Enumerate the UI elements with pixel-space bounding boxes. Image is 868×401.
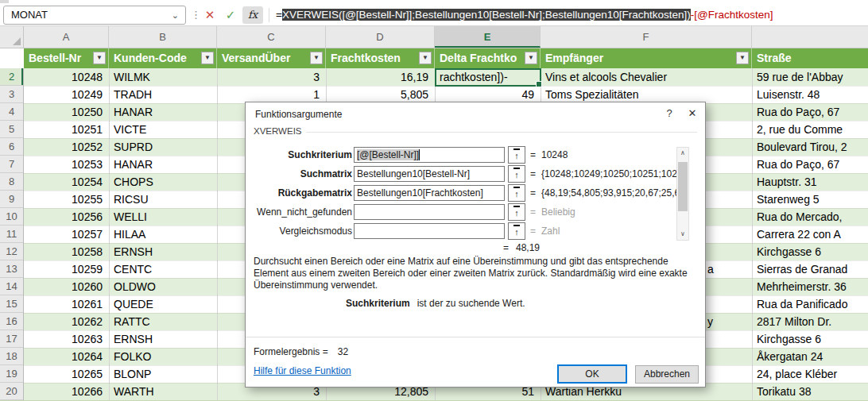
cell-b17[interactable]: ERNSH bbox=[109, 330, 216, 348]
table-header-cell[interactable]: Delta Frachtko▼ bbox=[435, 48, 541, 68]
row-header-2[interactable]: 2 bbox=[0, 68, 23, 86]
cell-a2[interactable]: 10248 bbox=[24, 68, 108, 86]
select-all-button[interactable] bbox=[0, 26, 24, 48]
cell-g16[interactable]: 2817 Milton Dr. bbox=[752, 313, 868, 330]
column-header-c[interactable]: C bbox=[217, 26, 326, 48]
row-header-12[interactable]: 12 bbox=[0, 243, 23, 260]
cell-g10[interactable]: Rua do Mercado, bbox=[752, 208, 868, 226]
cell-a8[interactable]: 10254 bbox=[24, 173, 108, 191]
cell-b14[interactable]: OLDWO bbox=[109, 278, 216, 295]
table-header-cell[interactable]: Bestell-Nr▼ bbox=[24, 48, 109, 68]
cancel-icon[interactable]: ✕ bbox=[200, 6, 219, 24]
cell-g2[interactable]: 59 rue de l'Abbay bbox=[752, 68, 868, 86]
filter-dropdown-icon[interactable]: ▼ bbox=[525, 52, 537, 64]
dialog-scrollbar[interactable]: ∧ ∨ bbox=[676, 147, 689, 241]
table-header-cell[interactable]: VersandÜber▼ bbox=[217, 48, 326, 68]
column-header-d[interactable]: D bbox=[326, 26, 435, 48]
filter-dropdown-icon[interactable]: ▼ bbox=[93, 52, 106, 64]
cell-g9[interactable]: Starenweg 5 bbox=[752, 191, 868, 208]
range-picker-button[interactable]: ↑ bbox=[508, 203, 525, 221]
cell-b18[interactable]: FOLKO bbox=[109, 348, 216, 365]
cell-g11[interactable]: Carrera 22 con A bbox=[752, 226, 868, 243]
confirm-icon[interactable]: ✓ bbox=[221, 6, 240, 24]
cell-g12[interactable]: Kirchgasse 6 bbox=[752, 243, 868, 260]
cell-a7[interactable]: 10253 bbox=[24, 156, 108, 173]
cell-a6[interactable]: 10252 bbox=[24, 138, 108, 156]
cell-a19[interactable]: 10265 bbox=[24, 365, 108, 383]
cell-g6[interactable]: Boulevard Tirou, 2 bbox=[752, 138, 868, 156]
row-header-16[interactable]: 16 bbox=[0, 313, 23, 330]
table-header-cell[interactable]: Straße bbox=[752, 48, 868, 68]
cell-b8[interactable]: CHOPS bbox=[109, 173, 216, 191]
cell-a13[interactable]: 10259 bbox=[24, 260, 108, 278]
close-icon[interactable]: ✕ bbox=[684, 107, 700, 119]
argument-input[interactable] bbox=[354, 223, 505, 239]
formula-input[interactable]: =XVERWEIS([@[Bestell-Nr]];Bestellungen10… bbox=[276, 4, 868, 26]
cell-a16[interactable]: 10262 bbox=[24, 313, 108, 330]
range-picker-button[interactable]: ↑ bbox=[508, 146, 525, 164]
cell-g19[interactable]: 24, place Kléber bbox=[752, 365, 868, 383]
cell-a18[interactable]: 10264 bbox=[24, 348, 108, 365]
cell-b6[interactable]: SUPRD bbox=[109, 138, 216, 156]
column-header-f[interactable]: F bbox=[541, 26, 752, 48]
column-header-e[interactable]: E bbox=[435, 26, 541, 48]
cell-b11[interactable]: HILAA bbox=[109, 226, 216, 243]
scrollbar-thumb[interactable] bbox=[678, 162, 688, 211]
ok-button[interactable]: OK bbox=[557, 364, 627, 384]
cell-b7[interactable]: HANAR bbox=[109, 156, 216, 173]
cell-b3[interactable]: TRADH bbox=[109, 86, 216, 103]
cell-f3[interactable]: Toms Spezialitäten bbox=[541, 86, 751, 103]
row-header-13[interactable]: 13 bbox=[0, 260, 23, 278]
help-icon[interactable]: ? bbox=[662, 107, 676, 119]
filter-dropdown-icon[interactable]: ▼ bbox=[736, 52, 749, 64]
cell-a4[interactable]: 10250 bbox=[24, 103, 108, 121]
cell-b2[interactable]: WILMK bbox=[109, 68, 216, 86]
range-picker-button[interactable]: ↑ bbox=[508, 184, 525, 202]
cell-a17[interactable]: 10263 bbox=[24, 330, 108, 348]
cell-a11[interactable]: 10257 bbox=[24, 226, 108, 243]
argument-input[interactable]: [@[Bestell-Nr]] bbox=[354, 147, 505, 163]
filter-dropdown-icon[interactable]: ▼ bbox=[419, 52, 432, 64]
range-picker-button[interactable]: ↑ bbox=[508, 222, 525, 240]
cell-f2[interactable]: Vins et alcools Chevalier bbox=[541, 68, 751, 86]
scroll-down-icon[interactable]: ∨ bbox=[677, 229, 688, 240]
row-header-8[interactable]: 8 bbox=[0, 173, 23, 191]
cell-g17[interactable]: Kirchgasse 6 bbox=[752, 330, 868, 348]
cell-g4[interactable]: Rua do Paço, 67 bbox=[752, 103, 868, 121]
row-header-3[interactable]: 3 bbox=[0, 86, 23, 103]
argument-input[interactable] bbox=[354, 204, 505, 220]
cell-g15[interactable]: Rua da Panificado bbox=[752, 295, 868, 313]
cell-g14[interactable]: Mehrheimerstr. 36 bbox=[752, 278, 868, 295]
column-header-a[interactable]: A bbox=[24, 26, 109, 48]
cell-b16[interactable]: RATTC bbox=[109, 313, 216, 330]
cell-b9[interactable]: RICSU bbox=[109, 191, 216, 208]
cell-a3[interactable]: 10249 bbox=[24, 86, 108, 103]
cell-b4[interactable]: HANAR bbox=[109, 103, 216, 121]
argument-input[interactable]: Bestellungen10[Bestell-Nr] bbox=[354, 166, 505, 182]
cell-a9[interactable]: 10255 bbox=[24, 191, 108, 208]
cell-a20[interactable]: 10266 bbox=[24, 383, 108, 400]
cell-g8[interactable]: Hauptstr. 31 bbox=[752, 173, 868, 191]
cancel-button[interactable]: Abbrechen bbox=[635, 365, 699, 384]
cell-c2[interactable]: 3 bbox=[217, 68, 325, 86]
row-header-6[interactable]: 6 bbox=[0, 138, 23, 156]
cell-b19[interactable]: BLONP bbox=[109, 365, 216, 383]
cell-d3[interactable]: 5,805 bbox=[326, 86, 434, 103]
cell-g7[interactable]: Rua do Paço, 67 bbox=[752, 156, 868, 173]
cell-b20[interactable]: WARTH bbox=[109, 383, 216, 400]
cell-g5[interactable]: 2, rue du Comme bbox=[752, 121, 868, 138]
row-header-7[interactable]: 7 bbox=[0, 156, 23, 173]
row-header-15[interactable]: 15 bbox=[0, 295, 23, 313]
range-picker-button[interactable]: ↑ bbox=[508, 165, 525, 183]
row-header-9[interactable]: 9 bbox=[0, 191, 23, 208]
row-header-18[interactable]: 18 bbox=[0, 348, 23, 365]
cell-b10[interactable]: WELLI bbox=[109, 208, 216, 226]
cell-e3[interactable]: 49 bbox=[435, 86, 540, 103]
fill-handle[interactable] bbox=[536, 81, 542, 87]
cell-a12[interactable]: 10258 bbox=[24, 243, 108, 260]
cell-b13[interactable]: CENTC bbox=[109, 260, 216, 278]
cell-a10[interactable]: 10256 bbox=[24, 208, 108, 226]
name-box[interactable]: MONAT ⌄ bbox=[3, 6, 186, 25]
row-header-5[interactable]: 5 bbox=[0, 121, 23, 138]
insert-function-button[interactable]: fx bbox=[242, 6, 263, 24]
